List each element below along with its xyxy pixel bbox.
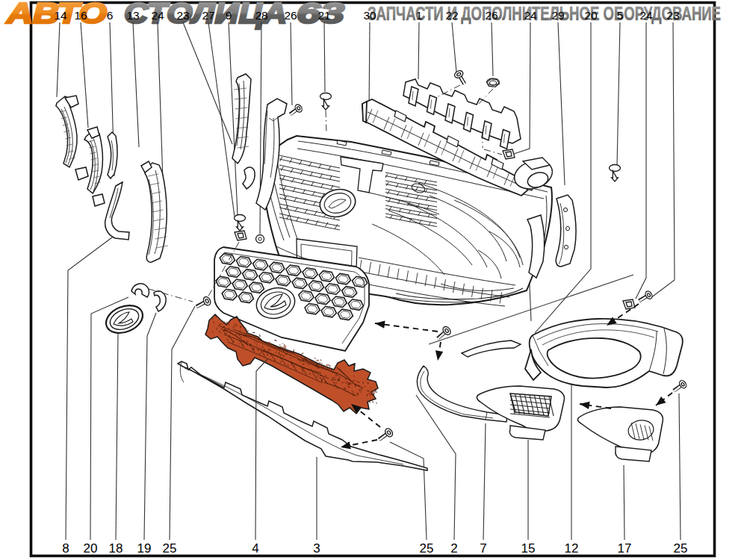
svg-text:6: 6 — [107, 9, 114, 22]
svg-text:20: 20 — [84, 541, 98, 556]
svg-text:23: 23 — [666, 9, 679, 22]
svg-text:18: 18 — [109, 541, 123, 556]
svg-text:22: 22 — [445, 9, 458, 22]
svg-text:24: 24 — [151, 9, 164, 22]
svg-text:8: 8 — [62, 541, 69, 556]
svg-text:24: 24 — [639, 9, 653, 22]
svg-text:19: 19 — [137, 541, 152, 556]
svg-text:1: 1 — [416, 9, 423, 22]
svg-text:20: 20 — [584, 9, 598, 22]
svg-text:24: 24 — [524, 9, 537, 22]
svg-text:5: 5 — [617, 9, 624, 22]
svg-text:25: 25 — [420, 541, 434, 556]
svg-text:26: 26 — [485, 9, 498, 22]
svg-text:17: 17 — [618, 541, 632, 556]
svg-text:25: 25 — [163, 541, 177, 556]
svg-text:26: 26 — [284, 9, 297, 22]
svg-text:25: 25 — [674, 541, 688, 556]
svg-text:16: 16 — [74, 9, 87, 22]
svg-text:29: 29 — [551, 9, 564, 22]
svg-text:2: 2 — [450, 541, 457, 556]
svg-text:21: 21 — [317, 9, 330, 22]
svg-text:13: 13 — [126, 9, 139, 22]
svg-text:9: 9 — [226, 9, 232, 22]
svg-text:28: 28 — [255, 9, 267, 22]
svg-text:14: 14 — [54, 9, 67, 22]
svg-text:7: 7 — [480, 541, 486, 556]
svg-text:23: 23 — [176, 9, 189, 22]
svg-text:15: 15 — [521, 541, 536, 556]
svg-text:3: 3 — [313, 541, 320, 556]
svg-text:12: 12 — [565, 541, 579, 556]
svg-text:4: 4 — [252, 541, 258, 556]
svg-text:27: 27 — [202, 9, 214, 22]
svg-text:30: 30 — [363, 9, 376, 22]
